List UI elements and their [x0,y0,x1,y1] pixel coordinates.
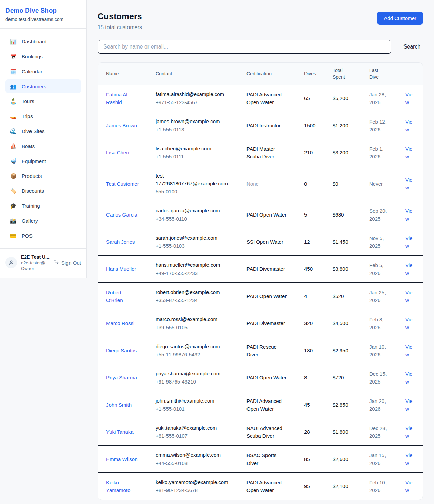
customer-last-dive: Feb 10, 2026 [361,473,397,500]
customer-name-link[interactable]: James Brown [106,123,137,128]
sidebar-item-tours[interactable]: 🏝️Tours [5,94,81,108]
table-row: Sarah Jonessarah.jones@example.com+1-555… [98,228,423,256]
sidebar-item-label: Bookings [22,54,43,59]
sidebar-item-training[interactable]: 🎓Training [5,199,81,212]
view-customer-link[interactable]: View [405,480,412,493]
customer-total-spent: $3,800 [324,256,361,283]
view-customer-link[interactable]: View [405,317,412,330]
customer-name-link[interactable]: Fatima Al-Rashid [106,92,129,105]
customer-name-link[interactable]: Robert O'Brien [106,290,123,303]
customer-email: hans.mueller@example.com [156,261,230,269]
customer-dives: 1500 [296,112,324,139]
customer-name-link[interactable]: Emma Wilson [106,456,138,462]
table-row: Keiko Yamamotokeiko.yamamoto@example.com… [98,473,423,500]
customer-last-dive: Feb 8, 2026 [361,310,397,337]
customer-last-dive: Never [361,166,397,201]
add-customer-button[interactable]: Add Customer [377,12,423,25]
customer-count: 15 total customers [98,24,142,31]
sign-out-button[interactable]: Sign Out [53,260,81,266]
view-customer-link[interactable]: View [405,262,412,276]
customer-certification: PADI Open Water [246,292,288,300]
customer-name-link[interactable]: Carlos Garcia [106,212,137,218]
search-button[interactable]: Search [401,44,423,50]
sidebar-item-gallery[interactable]: 📸Gallery [5,214,81,227]
customer-name-link[interactable]: John Smith [106,402,132,408]
user-footer: E2E Test U... e2e-tester@... Owner Sign … [0,249,86,273]
customer-name-link[interactable]: Priya Sharma [106,375,137,380]
view-customer-link[interactable]: View [405,425,412,439]
customer-phone: +971-55-123-4567 [156,98,230,106]
sidebar-item-discounts[interactable]: 🏷️Discounts [5,184,81,198]
customer-total-spent: $680 [324,201,361,228]
sidebar-item-products[interactable]: 📦Products [5,169,81,183]
view-customer-link[interactable]: View [405,344,412,357]
customer-name-link[interactable]: Hans Mueller [106,266,136,272]
calendar-date-icon: 📅 [9,53,17,60]
search-input[interactable] [98,40,391,54]
credit-card-icon: 💳 [9,232,17,239]
page-header: Customers 15 total customers Add Custome… [98,12,423,31]
customer-dives: 65 [296,85,324,112]
customer-name-link[interactable]: Marco Rossi [106,320,134,326]
table-row: Test Customertest-1772681807767@example.… [98,166,423,201]
table-row: Priya Sharmapriya.sharma@example.com+91-… [98,364,423,391]
customer-last-dive: Jan 25, 2026 [361,283,397,310]
customer-certification: PADI Open Water [246,211,288,219]
customer-email: yuki.tanaka@example.com [156,424,230,432]
customer-last-dive: Feb 1, 2026 [361,139,397,166]
customer-total-spent: $520 [324,283,361,310]
customer-phone: +91-98765-43210 [156,378,230,386]
view-customer-link[interactable]: View [405,146,412,160]
user-meta: E2E Test U... e2e-tester@... Owner [21,254,51,271]
view-customer-link[interactable]: View [405,398,412,412]
sidebar-item-label: Products [22,173,42,179]
customer-name-link[interactable]: Test Customer [106,181,139,187]
sidebar-item-label: Trips [22,113,33,119]
sidebar-item-pos[interactable]: 💳POS [5,229,81,242]
customers-table-card: NameContactCertificationDivesTotal Spent… [98,62,423,500]
sidebar-item-dive-sites[interactable]: 🌊Dive Sites [5,124,81,138]
customer-name-link[interactable]: Lisa Chen [106,150,129,155]
view-customer-link[interactable]: View [405,177,412,190]
customer-dives: 4 [296,283,324,310]
shop-domain: demo.test.divestreams.com [5,17,81,22]
view-customer-link[interactable]: View [405,290,412,303]
customer-phone: +353-87-555-1234 [156,296,230,304]
brand: Demo Dive Shop demo.test.divestreams.com [0,0,86,28]
customer-email: emma.wilson@example.com [156,451,230,459]
sidebar-item-boats[interactable]: ⛵Boats [5,139,81,153]
customer-certification: SSI Open Water [246,238,288,246]
sidebar-item-bookings[interactable]: 📅Bookings [5,50,81,63]
customer-name-link[interactable]: Keiko Yamamoto [106,480,130,493]
view-customer-link[interactable]: View [405,208,412,222]
column-header-total-spent: Total Spent [324,63,361,85]
customer-name-link[interactable]: Sarah Jones [106,239,135,245]
customer-total-spent: $4,500 [324,310,361,337]
sidebar-item-customers[interactable]: 👥Customers [5,79,81,93]
spiral-calendar-icon: 🗓️ [9,68,17,75]
view-customer-link[interactable]: View [405,119,412,132]
sidebar-item-label: Gallery [22,218,38,224]
customer-certification: PADI Instructor [246,122,288,129]
view-customer-link[interactable]: View [405,92,412,105]
customer-total-spent: $3,200 [324,139,361,166]
sidebar-item-trips[interactable]: 🚤Trips [5,109,81,123]
customer-last-dive: Dec 28, 2025 [361,418,397,446]
view-customer-link[interactable]: View [405,452,412,466]
wave-icon: 🌊 [9,128,17,134]
customer-name-link[interactable]: Diego Santos [106,348,137,353]
view-customer-link[interactable]: View [405,235,412,249]
sidebar-item-equipment[interactable]: 🤿Equipment [5,154,81,168]
bar-chart-icon: 📊 [9,38,17,45]
logout-icon [53,260,59,266]
sidebar-item-dashboard[interactable]: 📊Dashboard [5,35,81,48]
customer-certification: PADI Advanced Open Water [246,91,288,106]
customer-dives: 8 [296,364,324,391]
customer-name-link[interactable]: Yuki Tanaka [106,429,134,435]
customer-email: fatima.alrashid@example.com [156,90,230,98]
customer-last-dive: Nov 5, 2025 [361,228,397,256]
view-customer-link[interactable]: View [405,371,412,385]
column-header-name: Name [98,63,147,85]
sidebar-item-calendar[interactable]: 🗓️Calendar [5,64,81,78]
customer-total-spent: $2,850 [324,391,361,418]
